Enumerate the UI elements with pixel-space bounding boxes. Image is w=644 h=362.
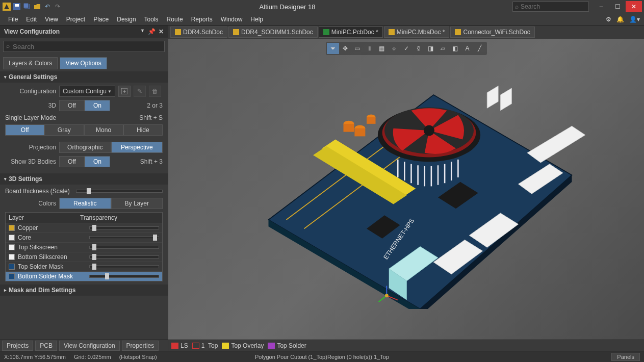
- show3d-on-button[interactable]: On: [85, 156, 110, 167]
- btab-viewconfig[interactable]: View Configuration: [59, 341, 120, 351]
- highlight-icon[interactable]: ◨: [425, 43, 437, 54]
- menu-help[interactable]: Help: [246, 15, 267, 24]
- snap-icon[interactable]: ⟐: [388, 43, 400, 54]
- slm-mono-button[interactable]: Mono: [84, 124, 123, 136]
- doctab-minipc[interactable]: MiniPC.MbaDoc *: [384, 27, 450, 38]
- line-icon[interactable]: ╱: [474, 43, 486, 54]
- subtab-view-options[interactable]: View Options: [60, 57, 107, 69]
- threeD-on-button[interactable]: On: [85, 100, 110, 111]
- panels-button[interactable]: Panels: [611, 353, 640, 361]
- colors-realistic-button[interactable]: Realistic: [59, 198, 111, 209]
- filter-icon[interactable]: ⏷: [327, 43, 339, 54]
- svg-point-16: [424, 125, 434, 136]
- grid-icon[interactable]: ▦: [376, 43, 388, 54]
- section-3d[interactable]: ▾3D Settings: [0, 173, 168, 185]
- btab-pcb[interactable]: PCB: [35, 341, 57, 351]
- text-icon[interactable]: A: [461, 43, 474, 54]
- open-folder-icon[interactable]: [33, 2, 42, 11]
- align-icon[interactable]: ⫴: [364, 43, 376, 54]
- doctab-label: DDR4_SODIMM1.SchDoc: [241, 29, 313, 36]
- layer-transparency-slider[interactable]: [89, 246, 159, 249]
- layer-color-box: [268, 343, 275, 349]
- doctab-ddr4[interactable]: DDR4.SchDoc: [170, 27, 227, 38]
- colors-bylayer-button[interactable]: By Layer: [111, 198, 163, 209]
- btab-projects[interactable]: Projects: [2, 341, 33, 351]
- doctab-connector_wifi[interactable]: Connector_WiFi.SchDoc: [450, 27, 534, 38]
- bell-icon[interactable]: 🔔: [616, 16, 624, 23]
- panel-pin-icon[interactable]: 📌: [148, 28, 156, 35]
- save-config-button[interactable]: [118, 86, 131, 97]
- menu-route[interactable]: Route: [163, 15, 187, 24]
- user-icon[interactable]: 👤▾: [629, 16, 640, 23]
- menu-reports[interactable]: Reports: [187, 15, 217, 24]
- menu-file[interactable]: File: [4, 15, 22, 24]
- gear-icon[interactable]: ⚙: [606, 16, 611, 23]
- menu-edit[interactable]: Edit: [22, 15, 41, 24]
- rename-config-button[interactable]: ✎: [134, 86, 146, 97]
- layer-name: Top Solder Mask: [18, 263, 89, 270]
- layer-row-bottom-solder-mask[interactable]: Bottom Solder Mask: [6, 271, 162, 281]
- section-mask[interactable]: ▸Mask and Dim Settings: [0, 285, 168, 296]
- projection-ortho-button[interactable]: Orthographic: [59, 142, 111, 153]
- layer-row-top-solder-mask[interactable]: Top Solder Mask: [6, 262, 162, 271]
- colors-label: Colors: [5, 200, 56, 207]
- configuration-dropdown[interactable]: Custom Configu▼: [59, 86, 115, 97]
- redo-icon[interactable]: ↷: [53, 2, 62, 11]
- layer-row-copper[interactable]: Copper: [6, 223, 162, 232]
- minimize-button[interactable]: –: [593, 1, 609, 12]
- projection-persp-button[interactable]: Perspective: [111, 142, 163, 153]
- thickness-slider[interactable]: [76, 190, 163, 193]
- layer-transparency-slider[interactable]: [89, 275, 159, 278]
- menu-design[interactable]: Design: [113, 15, 140, 24]
- status-coords: X:106.7mm Y:56.575mm: [4, 354, 66, 360]
- menu-window[interactable]: Window: [217, 15, 247, 24]
- slm-off-button[interactable]: Off: [5, 124, 44, 136]
- layer-row-bottom-silkscreen[interactable]: Bottom Silkscreen: [6, 252, 162, 262]
- menu-place[interactable]: Place: [89, 15, 113, 24]
- menu-view[interactable]: View: [41, 15, 62, 24]
- panel-search-input[interactable]: [3, 41, 165, 52]
- menu-project[interactable]: Project: [62, 15, 89, 24]
- slm-gray-button[interactable]: Gray: [44, 124, 84, 136]
- layerbar-ls[interactable]: LS: [171, 342, 188, 349]
- panel-close-icon[interactable]: ✕: [159, 28, 164, 35]
- file-icon: [455, 29, 461, 35]
- select-icon[interactable]: ▭: [351, 43, 364, 54]
- doctab-minipc[interactable]: MiniPC.PcbDoc *: [319, 27, 383, 38]
- delete-config-button[interactable]: 🗑: [149, 86, 161, 97]
- file-icon: [323, 29, 329, 35]
- close-button[interactable]: ✕: [626, 1, 642, 12]
- menu-tools[interactable]: Tools: [140, 15, 163, 24]
- save-icon[interactable]: [12, 2, 21, 11]
- subtab-layers[interactable]: Layers & Colors: [3, 57, 58, 69]
- layer-transparency-slider[interactable]: [89, 226, 159, 229]
- maximize-button[interactable]: ☐: [609, 1, 626, 12]
- global-search[interactable]: ⌕: [512, 2, 589, 12]
- doctab-ddr4_sodimm1[interactable]: DDR4_SODIMM1.SchDoc: [228, 27, 318, 38]
- undo-icon[interactable]: ↶: [43, 2, 52, 11]
- layer-transparency-slider[interactable]: [89, 236, 159, 239]
- slm-hide-button[interactable]: Hide: [123, 124, 163, 136]
- section-general[interactable]: ▾General Settings: [0, 71, 168, 83]
- layerbar-top-overlay[interactable]: Top Overlay: [222, 342, 264, 349]
- pcb-3d-viewport[interactable]: ⏷✥▭⫴▦⟐✓⧲◨▱◧A╱: [168, 39, 644, 340]
- layerbar-top-solder[interactable]: Top Solder: [268, 342, 306, 349]
- outline-icon[interactable]: ▱: [437, 43, 449, 54]
- panel-dropdown-icon[interactable]: ▼: [140, 28, 145, 35]
- magnet-icon[interactable]: ⧲: [413, 43, 425, 54]
- layer-transparency-slider[interactable]: [89, 265, 159, 268]
- global-search-input[interactable]: [521, 3, 586, 10]
- show3d-off-button[interactable]: Off: [59, 156, 85, 167]
- viewport-toolbar: ⏷✥▭⫴▦⟐✓⧲◨▱◧A╱: [326, 42, 487, 55]
- save-all-icon[interactable]: [22, 2, 32, 11]
- dim-icon[interactable]: ◧: [449, 43, 461, 54]
- layerbar-1_top[interactable]: 1_Top: [192, 342, 218, 349]
- btab-properties[interactable]: Properties: [122, 341, 159, 351]
- threeD-off-button[interactable]: Off: [59, 100, 85, 111]
- drc-icon[interactable]: ✓: [400, 43, 413, 54]
- layer-transparency-slider[interactable]: [89, 255, 159, 258]
- projection-label: Projection: [5, 144, 56, 151]
- layer-row-top-silkscreen[interactable]: Top Silkscreen: [6, 242, 162, 252]
- move-icon[interactable]: ✥: [339, 43, 351, 54]
- layer-row-core[interactable]: Core: [6, 232, 162, 242]
